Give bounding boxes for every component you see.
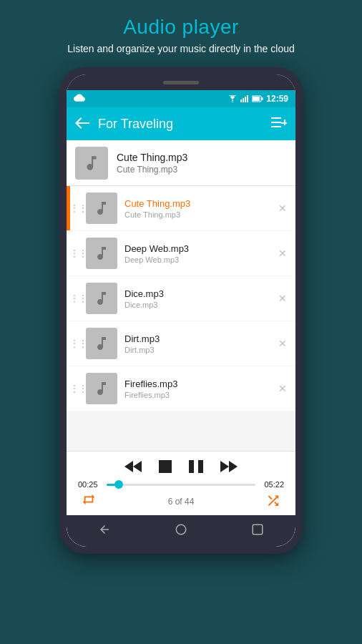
bottom-nav [67, 515, 295, 547]
song-item-2[interactable]: ⋮⋮ Deep Web.mp3 Deep Web.mp3 ✕ [67, 231, 295, 275]
music-icon-4 [93, 335, 110, 352]
svg-rect-6 [262, 97, 263, 100]
svg-point-0 [232, 102, 233, 102]
app-header: Audio player Listen and organize your mu… [0, 0, 362, 62]
now-playing-info: Cute Thing.mp3 Cute Thing.mp3 [117, 152, 287, 175]
song-title-2: Deep Web.mp3 [124, 243, 270, 254]
back-nav-button[interactable] [87, 517, 122, 545]
drag-handle-5[interactable]: ⋮⋮ [70, 383, 86, 394]
stop-button[interactable] [157, 459, 173, 474]
song-info-3: Dice.mp3 Dice.mp3 [124, 288, 270, 309]
svg-rect-3 [245, 97, 246, 102]
song-title-4: Dirt.mp3 [124, 333, 270, 344]
recents-nav-button[interactable] [240, 517, 275, 545]
svg-rect-1 [240, 99, 242, 102]
status-left [74, 92, 85, 105]
remove-song-5[interactable]: ✕ [270, 374, 295, 403]
drag-handle-1[interactable]: ⋮⋮ [70, 203, 86, 214]
pause-button[interactable] [187, 459, 205, 474]
remove-song-1[interactable]: ✕ [270, 194, 295, 223]
svg-rect-16 [189, 460, 194, 473]
stop-icon [157, 459, 173, 474]
repeat-icon [81, 493, 97, 506]
svg-rect-9 [271, 122, 281, 123]
phone-frame: 12:59 For Traveling [59, 67, 303, 554]
player-controls: 00:25 05:22 6 of 44 [67, 451, 295, 515]
drag-handle-2[interactable]: ⋮⋮ [70, 248, 86, 259]
song-file-2: Deep Web.mp3 [124, 255, 270, 264]
song-item-3[interactable]: ⋮⋮ Dice.mp3 Dice.mp3 ✕ [67, 276, 295, 321]
now-playing-file: Cute Thing.mp3 [117, 165, 287, 175]
drag-handle-3[interactable]: ⋮⋮ [70, 293, 86, 304]
current-time: 00:25 [78, 480, 102, 489]
song-title-5: Fireflies.mp3 [124, 379, 270, 389]
svg-rect-4 [247, 95, 248, 102]
back-button[interactable] [75, 116, 89, 132]
song-item-4[interactable]: ⋮⋮ Dirt.mp3 Dirt.mp3 ✕ [67, 321, 295, 366]
signal-icon [240, 95, 249, 102]
status-time: 12:59 [266, 94, 288, 104]
svg-rect-21 [253, 525, 263, 535]
remove-song-2[interactable]: ✕ [270, 239, 295, 268]
pause-icon [187, 459, 205, 474]
song-thumb-3 [86, 283, 117, 314]
forward-button[interactable] [219, 459, 239, 474]
song-thumb-4 [86, 328, 117, 359]
playback-buttons [78, 459, 284, 474]
toolbar-title: For Traveling [98, 117, 271, 132]
rewind-button[interactable] [123, 459, 143, 474]
home-nav-icon [175, 523, 187, 536]
svg-marker-19 [229, 461, 238, 472]
song-item-5[interactable]: ⋮⋮ Fireflies.mp3 Fireflies.mp3 ✕ [67, 366, 295, 411]
repeat-button[interactable] [81, 493, 97, 509]
back-nav-icon [98, 523, 111, 536]
song-thumb-1 [86, 192, 117, 224]
svg-rect-8 [271, 117, 281, 119]
svg-point-20 [176, 525, 186, 535]
song-file-3: Dice.mp3 [124, 301, 270, 309]
remove-song-4[interactable]: ✕ [270, 329, 295, 358]
wifi-icon [228, 95, 238, 102]
svg-rect-2 [243, 98, 244, 102]
remove-song-3[interactable]: ✕ [270, 284, 295, 313]
song-title-3: Dice.mp3 [124, 288, 270, 299]
shuffle-button[interactable] [265, 493, 281, 509]
phone-screen: 12:59 For Traveling [67, 74, 295, 547]
song-file-5: Fireflies.mp3 [124, 391, 270, 399]
song-thumb-5 [86, 373, 117, 404]
player-extras: 6 of 44 [78, 493, 284, 509]
app-subtitle: Listen and organize your music directly … [14, 43, 348, 54]
svg-marker-18 [220, 461, 229, 472]
svg-rect-7 [253, 97, 260, 101]
shuffle-icon-svg [265, 493, 281, 506]
song-file-1: Cute Thing.mp3 [124, 210, 270, 219]
svg-marker-13 [124, 461, 133, 472]
music-note-icon [82, 154, 101, 172]
song-list: ⋮⋮ Cute Thing.mp3 Cute Thing.mp3 ✕ ⋮⋮ [67, 186, 295, 451]
progress-bar-container: 00:25 05:22 [78, 480, 284, 489]
music-icon-3 [93, 290, 110, 307]
drag-handle-4[interactable]: ⋮⋮ [70, 338, 86, 349]
music-icon-1 [93, 200, 110, 217]
drag-dots-icon-3: ⋮⋮ [69, 293, 87, 304]
track-count: 6 of 44 [168, 497, 195, 507]
home-nav-button[interactable] [163, 517, 199, 545]
song-info-5: Fireflies.mp3 Fireflies.mp3 [124, 379, 270, 399]
now-playing-thumbnail [75, 147, 108, 180]
song-title-1: Cute Thing.mp3 [124, 198, 270, 209]
progress-track[interactable] [107, 484, 255, 486]
song-info-2: Deep Web.mp3 Deep Web.mp3 [124, 243, 270, 264]
drag-dots-icon-2: ⋮⋮ [69, 248, 87, 259]
add-playlist-button[interactable] [271, 116, 287, 132]
music-icon-5 [93, 380, 110, 397]
toolbar: For Traveling [67, 107, 295, 140]
total-time: 05:22 [260, 480, 284, 489]
svg-rect-17 [198, 460, 203, 473]
progress-thumb[interactable] [114, 480, 123, 489]
drag-dots-icon-4: ⋮⋮ [69, 338, 87, 349]
status-right: 12:59 [228, 94, 288, 104]
song-item-1[interactable]: ⋮⋮ Cute Thing.mp3 Cute Thing.mp3 ✕ [67, 186, 295, 230]
app-title: Audio player [14, 16, 348, 39]
song-info-1: Cute Thing.mp3 Cute Thing.mp3 [124, 198, 270, 219]
now-playing-title: Cute Thing.mp3 [117, 152, 287, 163]
